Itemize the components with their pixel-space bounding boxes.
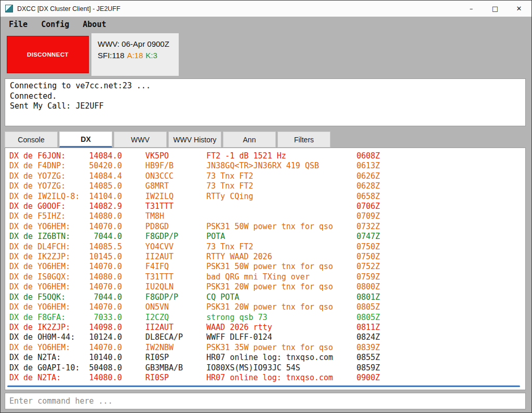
minimize-button[interactable]: – xyxy=(459,1,483,17)
tab-wwv[interactable]: WWV xyxy=(114,131,167,148)
spot-comment: 73 Tnx FT2 xyxy=(206,181,356,191)
spot-time: 0839Z xyxy=(356,343,380,353)
spot-comment: HR07 online log: tnxqso.com xyxy=(206,373,356,383)
dx-spot-row[interactable]: DX de YO6HEM:14070.0ON5VNPSK31 20W power… xyxy=(9,302,525,312)
spot-spotter: DX de OH0M-44: xyxy=(9,332,84,342)
spot-time: 0752Z xyxy=(356,262,380,272)
spot-time: 0811Z xyxy=(356,323,380,332)
dx-spot-row[interactable]: DX de YO7ZG:14085.0G8MRT73 Tnx FT20628Z xyxy=(9,181,525,191)
spot-frequency: 14080.0 xyxy=(84,272,122,282)
spot-callsign: ON5VN xyxy=(145,302,206,312)
spot-comment: 73 Tnx FT2 xyxy=(206,242,356,252)
dx-spot-row[interactable]: DX de F6JON:14084.0VK5POFT2 -1 dB 1521 H… xyxy=(9,151,525,161)
dx-spot-row[interactable]: DX de N2TA:10140.0RI0SPHR07 online log: … xyxy=(9,353,525,363)
spot-comment: PSK31 50W power tnx for qso xyxy=(206,222,356,232)
spot-time: 0613Z xyxy=(356,161,380,171)
spot-callsign: T31TTT xyxy=(145,272,206,282)
spot-frequency: 14084.0 xyxy=(84,151,122,161)
dx-spot-row[interactable]: DX de YO7ZG:14084.4ON3CCC73 Tnx FT20626Z xyxy=(9,171,525,181)
spot-time: 0759Z xyxy=(356,272,380,282)
spot-time: 0658Z xyxy=(356,192,380,202)
spot-callsign: F8GDP/P xyxy=(145,292,206,302)
spot-frequency: 50408.0 xyxy=(84,363,122,373)
spot-comment: HR07 online log: tnxqso.com xyxy=(206,353,356,363)
spot-callsign: ON3CCC xyxy=(145,171,206,181)
dx-spot-row[interactable]: DX de IS0GQX:14080.0T31TTTbad QRG mni TX… xyxy=(9,272,525,282)
dx-spot-row[interactable]: DX de F8GFA:7033.0I2CZQstrong qsb 730805… xyxy=(9,313,525,323)
dx-spot-row[interactable]: DX de F4DNP:50420.0HB9F/BJN38GQ<TR>JN36R… xyxy=(9,161,525,171)
spot-spotter: DX de YO6HEM: xyxy=(9,343,84,353)
spot-spotter: DX de G0OOF: xyxy=(9,202,84,211)
spot-time: 0628Z xyxy=(356,181,380,191)
spot-time: 0900Z xyxy=(356,373,380,383)
tab-filters[interactable]: Filters xyxy=(277,131,330,148)
spot-spotter: DX de G0API-10: xyxy=(9,363,84,373)
dx-spot-row[interactable]: DX de IW2ILQ-8:14104.0IW2ILQRTTy CQing06… xyxy=(9,192,525,202)
spot-comment: POTA xyxy=(206,232,356,242)
menu-item-about[interactable]: About xyxy=(77,18,111,31)
dx-spot-row[interactable]: DX de OH0M-44:10124.0DL8ECA/PWWFF DLFF-0… xyxy=(9,332,525,342)
maximize-button[interactable]: □ xyxy=(483,1,507,17)
spot-comment: IO80XS(MS)IO93JC 54S xyxy=(206,363,356,373)
tab-wwv-history[interactable]: WWV History xyxy=(168,131,221,148)
spot-comment: strong qsb 73 xyxy=(206,313,356,323)
horizontal-scrollbar[interactable] xyxy=(7,385,520,387)
dx-spot-row[interactable]: DX de IZ6BTN:7044.0F8GDP/PPOTA0747Z xyxy=(9,232,525,242)
dx-spot-row[interactable]: DX de DL4FCH:14085.5YO4CVV73 Tnx FT20750… xyxy=(9,242,525,252)
spot-callsign: VK5PO xyxy=(145,151,206,161)
spot-frequency: 50420.0 xyxy=(84,161,122,171)
spot-spotter: DX de N2TA: xyxy=(9,353,84,363)
spot-comment: RTTy CQing xyxy=(206,192,356,202)
dx-spot-row[interactable]: DX de YO6HEM:14070.0PD8GDPSK31 50W power… xyxy=(9,222,525,232)
tab-ann[interactable]: Ann xyxy=(223,131,276,148)
spot-spotter: DX de IZ6BTN: xyxy=(9,232,84,242)
spot-time: 0709Z xyxy=(356,211,380,221)
dx-spot-row[interactable]: DX de G0API-10:50408.0GB3MBA/BIO80XS(MS)… xyxy=(9,363,525,373)
tab-console[interactable]: Console xyxy=(5,131,58,148)
spot-spotter: DX de YO6HEM: xyxy=(9,302,84,312)
dx-spot-row[interactable]: DX de YO6HEM:14070.0IU2QLNPSK31 20W powe… xyxy=(9,282,525,292)
spot-callsign: II2AUT xyxy=(145,252,206,262)
spot-callsign: YO4CVV xyxy=(145,242,206,252)
wwv-panel: WWV: 06-Apr 0900Z SFI:118A:18K:3 xyxy=(91,33,179,76)
log-line: Sent My Call: JE2UFF xyxy=(10,101,521,112)
tab-bar: ConsoleDXWWVWWV HistoryAnnFilters xyxy=(5,131,330,148)
dx-spot-row[interactable]: DX de F5OQK:7044.0F8GDP/PCQ POTA0801Z xyxy=(9,292,525,302)
menu-item-config[interactable]: Config xyxy=(36,18,74,31)
menu-bar: FileConfigAbout xyxy=(1,17,531,32)
spot-comment xyxy=(206,211,356,221)
spot-time: 0750Z xyxy=(356,242,380,252)
window-title: DXCC [DX Cluster Client] - JE2UFF xyxy=(17,5,121,12)
close-button[interactable]: ✕ xyxy=(507,1,531,17)
dx-spot-row[interactable]: DX de N2TA:14080.0RI0SPHR07 online log: … xyxy=(9,373,525,383)
dx-spot-row[interactable]: DX de YO6HEM:14070.0IW2NBWPSK31 35W powe… xyxy=(9,343,525,353)
dx-spot-row[interactable]: DX de IK2ZJP:14098.0II2AUTWAAD 2026 rtty… xyxy=(9,323,525,332)
spot-callsign: IW2NBW xyxy=(145,343,206,353)
tab-dx[interactable]: DX xyxy=(59,131,112,148)
dx-spot-list[interactable]: DX de F6JON:14084.0VK5POFT2 -1 dB 1521 H… xyxy=(5,148,526,390)
title-bar[interactable]: DXCC [DX Cluster Client] - JE2UFF – □ ✕ xyxy=(1,1,531,17)
dx-spot-row[interactable]: DX de G0OOF:14082.9T31TTT0706Z xyxy=(9,202,525,211)
spot-time: 0626Z xyxy=(356,171,380,181)
dx-spot-row[interactable]: DX de YO6HEM:14070.0F4IFQPSK31 50W power… xyxy=(9,262,525,272)
spot-callsign: IU2QLN xyxy=(145,282,206,292)
spot-comment: CQ POTA xyxy=(206,292,356,302)
spot-frequency: 7044.0 xyxy=(84,292,122,302)
spot-comment: 73 Tnx FT2 xyxy=(206,171,356,181)
spot-frequency: 14085.5 xyxy=(84,242,122,252)
command-input[interactable] xyxy=(5,393,526,409)
sfi-value: SFI:118 xyxy=(98,51,124,60)
spot-time: 0732Z xyxy=(356,222,380,232)
spot-frequency: 14098.0 xyxy=(84,323,122,332)
spot-callsign: G8MRT xyxy=(145,181,206,191)
spot-callsign: HB9F/B xyxy=(145,161,206,171)
connection-log: Connecting to ve7cc.net:23 ...Connected.… xyxy=(5,78,526,126)
dx-spot-row[interactable]: DX de F5IHZ:14080.0TM8H0709Z xyxy=(9,211,525,221)
dx-spot-row[interactable]: DX de IK2ZJP:10145.0II2AUTRTTY WAAD 2026… xyxy=(9,252,525,262)
disconnect-button[interactable]: DISCONNECT xyxy=(7,36,89,73)
menu-item-file[interactable]: File xyxy=(4,18,33,31)
spot-callsign: F4IFQ xyxy=(145,262,206,272)
spot-spotter: DX de YO6HEM: xyxy=(9,222,84,232)
spot-callsign: IW2ILQ xyxy=(145,192,206,202)
spot-spotter: DX de DL4FCH: xyxy=(9,242,84,252)
